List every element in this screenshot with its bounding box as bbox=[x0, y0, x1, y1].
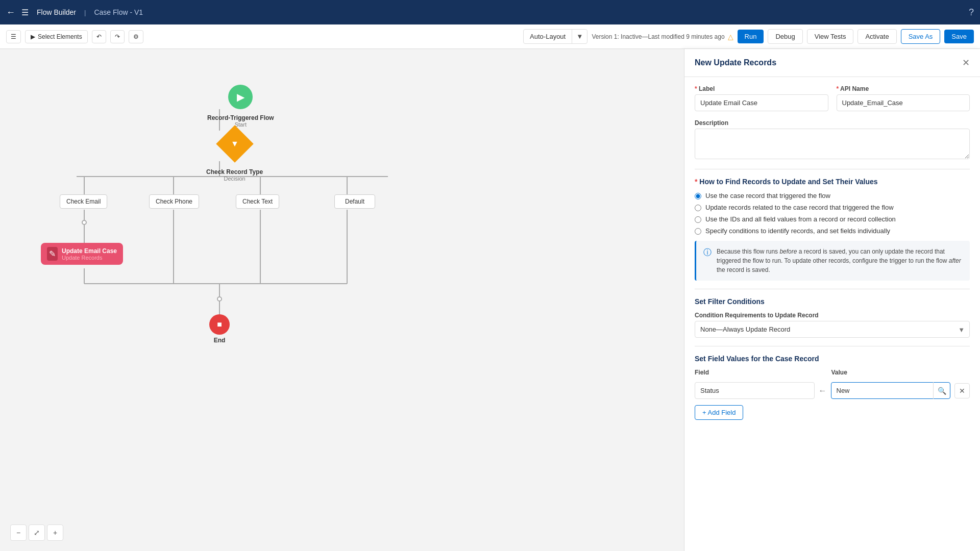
label-api-row: Label API Name bbox=[695, 85, 970, 111]
redo-button[interactable]: ↷ bbox=[110, 30, 125, 43]
radio-item-3: Use the IDs and all field values from a … bbox=[695, 215, 970, 223]
update-records-node[interactable]: ✎ Update Email Case Update Records bbox=[41, 243, 123, 265]
save-button[interactable]: Save bbox=[944, 30, 974, 43]
svg-point-16 bbox=[217, 297, 222, 301]
api-name-label: API Name bbox=[837, 85, 970, 92]
start-node-group: ▶ Record-Triggered Flow Start bbox=[207, 85, 274, 128]
value-input-wrapper: 🔍 bbox=[831, 382, 951, 399]
panel-title: New Update Records bbox=[695, 58, 776, 67]
radio-label-3[interactable]: Use the IDs and all field values from a … bbox=[705, 215, 896, 223]
zoom-out-button[interactable]: − bbox=[10, 524, 27, 541]
divider-2 bbox=[695, 289, 970, 289]
start-sublabel: Start bbox=[207, 121, 274, 128]
radio-input-4[interactable] bbox=[695, 228, 701, 235]
radio-item-4: Specify conditions to identify records, … bbox=[695, 227, 970, 235]
how-to-find-title: * How to Find Records to Update and Set … bbox=[695, 178, 970, 186]
field-header: Field bbox=[695, 369, 813, 378]
radio-input-3[interactable] bbox=[695, 216, 701, 223]
update-records-icon: ✎ bbox=[47, 247, 58, 261]
divider-1 bbox=[695, 169, 970, 169]
api-name-col: API Name bbox=[837, 85, 970, 111]
info-box: ⓘ Because this flow runs before a record… bbox=[695, 241, 970, 281]
branch-label-check-phone: Check Phone bbox=[149, 194, 199, 209]
branch-check-text[interactable]: Check Text bbox=[236, 194, 279, 209]
start-node[interactable]: ▶ bbox=[228, 85, 253, 109]
canvas[interactable]: ▶ Record-Triggered Flow Start ▼ Check Re… bbox=[0, 49, 684, 551]
search-value-button[interactable]: 🔍 bbox=[933, 382, 950, 399]
field-input[interactable] bbox=[695, 382, 815, 399]
condition-req-row: Condition Requirements to Update Record … bbox=[695, 312, 970, 338]
save-as-button[interactable]: Save As bbox=[901, 29, 941, 44]
help-icon[interactable]: ? bbox=[969, 7, 974, 18]
divider-3 bbox=[695, 346, 970, 346]
auto-layout-dropdown-button[interactable]: ▼ bbox=[572, 30, 587, 43]
back-button[interactable]: ← bbox=[6, 7, 15, 18]
auto-layout-button[interactable]: Auto-Layout bbox=[524, 30, 572, 43]
sidebar-toggle-button[interactable]: ☰ bbox=[6, 30, 21, 43]
branch-check-phone[interactable]: Check Phone bbox=[149, 194, 199, 209]
field-value-headers: Field Value bbox=[695, 369, 970, 378]
warning-icon: △ bbox=[728, 33, 733, 41]
cursor-icon: ▶ bbox=[31, 33, 35, 40]
canvas-inner: ▶ Record-Triggered Flow Start ▼ Check Re… bbox=[0, 49, 684, 551]
label-col: Label bbox=[695, 85, 828, 111]
activate-button[interactable]: Activate bbox=[857, 29, 896, 44]
end-node-group: ■ End bbox=[209, 314, 230, 344]
auto-layout-control: Auto-Layout ▼ bbox=[523, 29, 587, 44]
app-title: Flow Builder bbox=[37, 8, 76, 16]
info-text: Because this flow runs before a record i… bbox=[717, 247, 963, 274]
radio-label-4[interactable]: Specify conditions to identify records, … bbox=[705, 227, 890, 235]
panel-close-button[interactable]: ✕ bbox=[962, 57, 970, 68]
field-value-row: ← 🔍 ✕ bbox=[695, 382, 970, 399]
right-panel: New Update Records ✕ Label API Name Desc… bbox=[684, 49, 980, 551]
fit-button[interactable]: ⤢ bbox=[29, 524, 45, 541]
start-label: Record-Triggered Flow bbox=[207, 114, 274, 121]
decision-sublabel: Decision bbox=[206, 176, 263, 182]
add-field-button[interactable]: + Add Field bbox=[695, 405, 743, 420]
description-label: Description bbox=[695, 119, 970, 127]
end-node[interactable]: ■ bbox=[209, 314, 230, 335]
undo-button[interactable]: ↶ bbox=[92, 30, 106, 43]
view-tests-button[interactable]: View Tests bbox=[807, 29, 854, 44]
settings-button[interactable]: ⚙ bbox=[129, 30, 143, 43]
toolbar: ☰ ▶ Select Elements ↶ ↷ ⚙ Auto-Layout ▼ … bbox=[0, 24, 980, 49]
radio-input-2[interactable] bbox=[695, 205, 701, 211]
radio-item-1: Use the case record that triggered the f… bbox=[695, 192, 970, 199]
condition-req-select[interactable]: None—Always Update Record bbox=[695, 321, 970, 338]
radio-input-1[interactable] bbox=[695, 193, 701, 199]
label-field-label: Label bbox=[695, 85, 828, 92]
description-row: Description bbox=[695, 119, 970, 161]
condition-req-label: Condition Requirements to Update Record bbox=[695, 312, 970, 319]
info-icon: ⓘ bbox=[703, 247, 712, 274]
value-input[interactable] bbox=[831, 382, 951, 399]
debug-button[interactable]: Debug bbox=[768, 29, 802, 44]
panel-header: New Update Records ✕ bbox=[684, 49, 980, 77]
radio-group: Use the case record that triggered the f… bbox=[695, 192, 970, 235]
branch-check-email[interactable]: Check Email bbox=[60, 194, 107, 209]
field-arrow-icon: ← bbox=[819, 386, 827, 395]
radio-label-1[interactable]: Use the case record that triggered the f… bbox=[705, 192, 830, 199]
radio-label-2[interactable]: Update records related to the case recor… bbox=[705, 204, 894, 211]
panel-body: Label API Name Description * How to Find… bbox=[684, 77, 980, 551]
decision-label: Check Record Type bbox=[206, 168, 263, 176]
delete-row-button[interactable]: ✕ bbox=[954, 383, 970, 398]
branch-default[interactable]: Default bbox=[334, 194, 375, 209]
version-info: Version 1: Inactive—Last modified 9 minu… bbox=[592, 33, 733, 41]
zoom-in-button[interactable]: + bbox=[47, 524, 63, 541]
run-button[interactable]: Run bbox=[738, 30, 764, 43]
field-col bbox=[695, 382, 815, 399]
update-records-sub: Update Records bbox=[62, 255, 117, 261]
update-records-title: Update Email Case bbox=[62, 247, 117, 255]
flow-name: Case Flow - V1 bbox=[94, 8, 143, 16]
decision-node[interactable]: ▼ bbox=[216, 125, 254, 163]
select-elements-button[interactable]: ▶ Select Elements bbox=[25, 30, 88, 43]
api-name-input[interactable] bbox=[837, 94, 970, 111]
value-header: Value bbox=[831, 369, 950, 378]
how-to-find-required-star: * bbox=[695, 178, 697, 186]
nav-separator: | bbox=[84, 9, 86, 16]
description-textarea[interactable] bbox=[695, 129, 970, 159]
svg-point-8 bbox=[82, 220, 86, 224]
label-input[interactable] bbox=[695, 94, 828, 111]
flow-builder-icon: ☰ bbox=[21, 8, 29, 17]
branch-label-default: Default bbox=[334, 194, 375, 209]
